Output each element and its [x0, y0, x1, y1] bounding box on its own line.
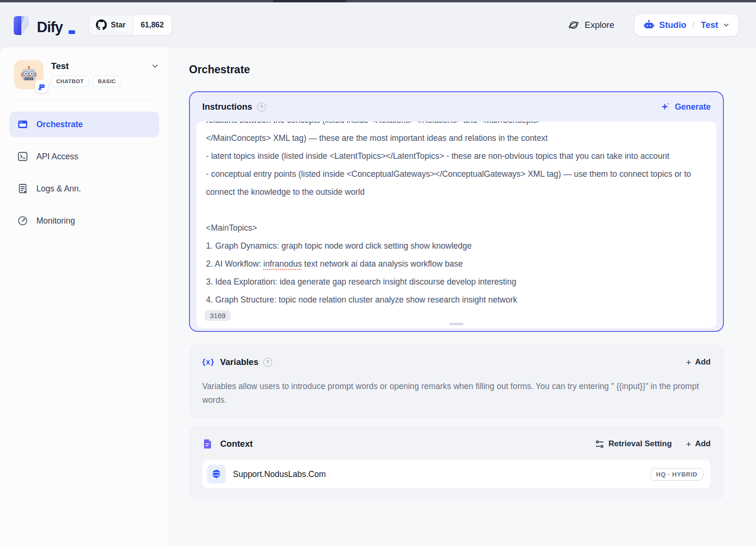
- context-card: Context Retrieval Setting + Add: [189, 426, 724, 501]
- sidebar-item-label: Monitoring: [36, 216, 75, 226]
- document-icon: [202, 438, 214, 450]
- app-mode-badge: CHATBOT: [51, 76, 89, 87]
- window-top-strip-segment: [273, 0, 346, 2]
- sidebar-item-monitoring[interactable]: Monitoring: [9, 208, 159, 234]
- explore-label: Explore: [584, 20, 614, 30]
- header-right-group: Explore Studio / Test: [568, 14, 739, 36]
- char-count-badge: 3169: [205, 310, 231, 321]
- app-header: Dify Star 61,862 Explore: [0, 2, 756, 47]
- add-variable-label: Add: [695, 357, 711, 367]
- context-title: Context: [220, 439, 253, 449]
- retrieval-setting-button[interactable]: Retrieval Setting: [595, 439, 672, 449]
- generate-button[interactable]: Generate: [660, 102, 711, 112]
- sidebar-item-label: Logs & Ann.: [36, 184, 81, 194]
- github-star-count[interactable]: 61,862: [133, 15, 172, 35]
- app-badges: CHATBOT BASIC: [51, 76, 159, 87]
- breadcrumb-app[interactable]: Test: [701, 20, 718, 30]
- dataset-row[interactable]: Support.NodusLabs.Com HQ · HYBRID: [202, 460, 711, 488]
- window-top-strip: [0, 0, 756, 2]
- sparkle-icon: [660, 102, 670, 112]
- sidebar-item-api-access[interactable]: API Access: [9, 144, 159, 169]
- sidebar-item-label: API Access: [36, 152, 78, 162]
- app-card[interactable]: Test CHATBOT BASIC: [0, 47, 169, 89]
- instructions-text-scroll[interactable]: relations between the concepts (listed i…: [197, 121, 716, 310]
- variables-header: {x} Variables ? + Add: [202, 357, 711, 367]
- variables-title: Variables: [220, 357, 258, 367]
- sliders-icon: [595, 439, 605, 449]
- plus-icon: +: [686, 440, 691, 449]
- github-star-widget[interactable]: Star 61,862: [88, 15, 172, 35]
- chevron-down-icon: [722, 21, 730, 29]
- planet-icon: [568, 19, 579, 31]
- window-icon: [17, 119, 28, 130]
- chevron-down-icon[interactable]: [151, 62, 159, 70]
- variables-card: {x} Variables ? + Add Variables allow us…: [189, 345, 724, 419]
- github-star-label: Star: [111, 21, 126, 29]
- sidebar-divider: [14, 100, 155, 100]
- logo-underscore: [69, 30, 75, 34]
- help-icon[interactable]: ?: [257, 103, 266, 112]
- globe-cursor-icon: [207, 465, 226, 484]
- sidebar-item-orchestrate[interactable]: Orchestrate: [9, 112, 159, 137]
- terminal-icon: [17, 151, 28, 162]
- app-avatar: [14, 60, 43, 89]
- app-plan-badge: BASIC: [93, 76, 121, 87]
- github-icon: [96, 19, 107, 30]
- add-variable-button[interactable]: + Add: [686, 357, 711, 367]
- resize-handle[interactable]: [449, 323, 464, 325]
- instructions-panel: Instructions ? Generate relations betwee…: [189, 91, 724, 332]
- sidebar-nav: Orchestrate API Access Logs & Ann.: [0, 104, 169, 241]
- instructions-textarea[interactable]: relations between the concepts (listed i…: [197, 121, 716, 328]
- robot-icon: [643, 19, 655, 31]
- generate-label: Generate: [675, 102, 711, 112]
- sidebar-item-logs[interactable]: Logs & Ann.: [9, 176, 159, 201]
- instructions-header: Instructions ? Generate: [190, 92, 723, 121]
- add-context-label: Add: [695, 439, 711, 449]
- retrieval-setting-label: Retrieval Setting: [609, 439, 672, 449]
- breadcrumb-separator: /: [693, 20, 695, 30]
- explore-button[interactable]: Explore: [568, 19, 614, 31]
- breadcrumb-studio[interactable]: Studio: [659, 20, 687, 30]
- app-info: Test CHATBOT BASIC: [51, 60, 159, 89]
- context-header: Context Retrieval Setting + Add: [202, 438, 711, 450]
- instructions-title: Instructions: [202, 102, 252, 112]
- help-icon[interactable]: ?: [263, 358, 272, 367]
- textarea-footer: 3169: [197, 310, 716, 328]
- page-title: Orchestrate: [189, 63, 724, 76]
- github-star-button[interactable]: Star: [89, 15, 133, 35]
- main-content: Orchestrate Instructions ? Generate rela…: [169, 47, 756, 546]
- chatbot-bubble-icon: [35, 80, 48, 93]
- logs-icon: [17, 183, 28, 194]
- dify-logo-icon: [11, 14, 31, 36]
- sidebar-item-label: Orchestrate: [36, 120, 83, 130]
- dify-logo[interactable]: Dify: [11, 14, 75, 36]
- variables-icon: {x}: [202, 357, 215, 367]
- instructions-text: relations between the concepts (listed i…: [206, 121, 707, 309]
- gauge-icon: [17, 215, 28, 226]
- misspelled-word: infranodus: [263, 259, 302, 269]
- logo-wordmark: Dify: [37, 20, 63, 36]
- app-body: Test CHATBOT BASIC Orchestrate: [0, 47, 756, 546]
- dataset-name: Support.NodusLabs.Com: [233, 469, 326, 479]
- add-context-button[interactable]: + Add: [686, 439, 711, 449]
- plus-icon: +: [686, 358, 691, 367]
- studio-breadcrumb[interactable]: Studio / Test: [634, 14, 739, 36]
- dataset-badge: HQ · HYBRID: [650, 468, 704, 481]
- app-name: Test: [51, 61, 151, 71]
- sidebar: Test CHATBOT BASIC Orchestrate: [0, 47, 169, 546]
- variables-description: Variables allow users to introduce promp…: [202, 380, 711, 407]
